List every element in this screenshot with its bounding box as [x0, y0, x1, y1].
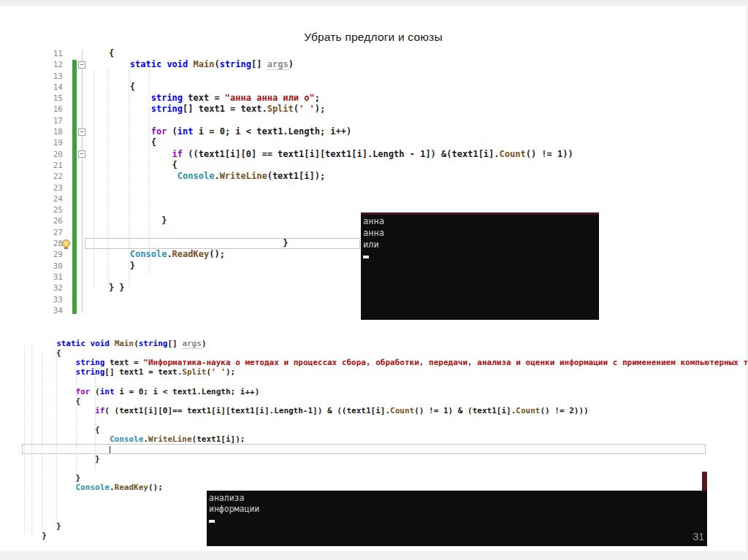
code-text: { — [32, 348, 61, 358]
code-text: } — [32, 521, 61, 531]
code-token: i = 0; i < text1.Length; i++) — [194, 126, 352, 137]
line-number: 15 — [44, 93, 63, 104]
code-token: } — [88, 238, 289, 248]
code-token: ) — [289, 59, 294, 69]
console-window-top: аннааннаили — [361, 212, 599, 320]
code-token: "анна анна или о" — [225, 93, 315, 103]
code-token: ( — [90, 387, 99, 396]
code-text: string[] text1 = text.Split(' '); — [32, 367, 235, 377]
code-line: { — [22, 348, 748, 358]
code-token: Count — [390, 406, 414, 415]
code-token — [88, 59, 130, 69]
code-token: } — [88, 215, 167, 226]
code-token: { — [88, 160, 178, 170]
code-token: (text1[i]); — [267, 171, 325, 181]
code-token — [32, 367, 76, 377]
code-token: [] text1 = text. — [183, 104, 267, 114]
code-token: (); — [148, 483, 163, 492]
code-line: 16 string[] text1 = text.Split(' '); — [44, 104, 600, 115]
code-token — [188, 59, 193, 69]
code-text: string text = "анна анна или о"; — [88, 93, 320, 104]
code-text: { — [88, 160, 178, 171]
console-output-line: информации — [209, 504, 707, 515]
code-token: args — [267, 59, 289, 70]
code-token: } — [88, 261, 135, 271]
code-token: { — [88, 137, 156, 147]
line-number: 31 — [44, 272, 63, 283]
code-text: } — [32, 454, 100, 464]
line-number: 26 — [44, 215, 63, 226]
code-text: { — [88, 48, 114, 59]
code-line — [22, 377, 748, 387]
code-token — [88, 126, 151, 137]
code-line: static void Main(string[] args) — [22, 339, 748, 348]
code-line: for (int i = 0; i < text1.Length; i++) — [22, 387, 748, 396]
code-token — [88, 104, 151, 114]
code-token: string — [151, 104, 183, 114]
page-number: 31 — [676, 531, 704, 542]
code-token: args — [182, 339, 202, 349]
code-token: } } — [88, 283, 125, 293]
code-token: { — [32, 425, 100, 434]
code-token: } — [32, 521, 61, 531]
code-line: 24 — [44, 193, 600, 204]
code-line: 21 { — [44, 160, 600, 171]
code-line: Console.WriteLine(text1[i]); — [22, 434, 748, 444]
code-text: if( (text1[i][0]== text1[i][text1[i].Len… — [32, 406, 589, 415]
code-line: string text = "Информатика-наука о метод… — [22, 358, 748, 367]
code-token: [] text1 = text. — [104, 367, 182, 377]
line-number: 11 — [44, 48, 63, 59]
line-number: 14 — [44, 82, 63, 93]
code-token: i = 0; i < text1.Length; i++) — [115, 387, 260, 396]
code-token: if — [95, 406, 104, 415]
line-number: 30 — [44, 261, 63, 272]
code-token: . — [143, 434, 148, 444]
code-line — [22, 445, 748, 454]
line-number: 25 — [44, 204, 63, 215]
code-token: string — [139, 339, 168, 348]
code-token — [88, 149, 172, 159]
code-token: Count — [500, 149, 526, 159]
code-token: ( — [214, 59, 219, 69]
code-token: Console — [110, 434, 143, 444]
code-line: 15 string text = "анна анна или о"; — [44, 93, 600, 104]
line-number: 29 — [44, 249, 63, 260]
code-line: 20 if ((text1[i][0] == text1[i][text1[i]… — [44, 149, 600, 160]
text-caret — [110, 446, 110, 453]
line-number: 19 — [44, 137, 63, 148]
line-number: 27 — [44, 227, 63, 238]
code-token — [32, 483, 76, 492]
code-text — [32, 445, 110, 454]
code-text: static void Main(string[] args) — [32, 339, 207, 348]
code-token — [32, 387, 76, 396]
code-text: static void Main(string[] args) — [88, 59, 294, 70]
code-token: Main — [194, 59, 215, 69]
code-text: } — [32, 473, 80, 483]
console-cursor — [209, 520, 215, 523]
code-line: 14 { — [44, 82, 600, 93]
console-window-bottom: анализаинформации — [207, 491, 707, 546]
code-token: { — [88, 82, 135, 92]
code-token: ( (text1[i][0]== text1[i][text1[i].Lengt… — [104, 406, 390, 415]
line-number: 16 — [44, 104, 63, 115]
line-number: 12 — [44, 59, 63, 70]
code-token: ; — [315, 93, 320, 103]
code-token: text = — [104, 358, 143, 367]
code-token: . — [110, 483, 115, 492]
slide: Убрать предлоги и союзы 11 {12 static vo… — [0, 6, 747, 551]
code-token: void — [91, 339, 110, 348]
code-text: Console.ReadKey(); — [32, 483, 163, 492]
code-line — [22, 415, 748, 425]
code-token: Main — [115, 339, 134, 348]
code-line: 13 — [44, 71, 600, 82]
console-output-line: анализа — [209, 493, 707, 504]
code-token — [110, 339, 115, 348]
code-token: if — [172, 149, 183, 159]
code-token: string — [151, 93, 183, 103]
code-token: } — [32, 473, 80, 483]
code-text: { — [32, 425, 100, 434]
line-number: 34 — [44, 305, 63, 314]
code-token: { — [32, 348, 61, 358]
code-token: ( — [167, 126, 177, 137]
code-token: ( — [134, 339, 139, 348]
